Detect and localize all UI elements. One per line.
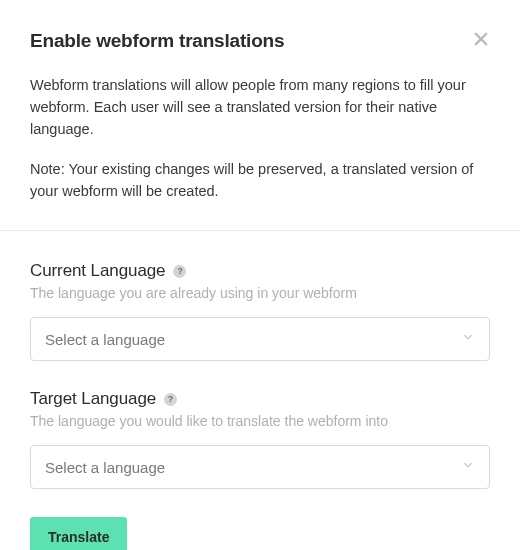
target-language-label: Target Language bbox=[30, 389, 156, 409]
target-language-select[interactable]: Select a language bbox=[30, 445, 490, 489]
select-placeholder: Select a language bbox=[45, 459, 165, 476]
close-icon bbox=[472, 30, 490, 50]
modal-note: Note: Your existing changes will be pres… bbox=[30, 158, 490, 202]
modal-description: Webform translations will allow people f… bbox=[30, 74, 490, 140]
close-button[interactable] bbox=[472, 30, 490, 50]
select-placeholder: Select a language bbox=[45, 331, 165, 348]
current-language-description: The language you are already using in yo… bbox=[30, 285, 490, 301]
help-icon[interactable]: ? bbox=[164, 393, 177, 406]
modal-title: Enable webform translations bbox=[30, 30, 284, 52]
chevron-down-icon bbox=[461, 458, 475, 476]
current-language-select[interactable]: Select a language bbox=[30, 317, 490, 361]
chevron-down-icon bbox=[461, 330, 475, 348]
translate-button[interactable]: Translate bbox=[30, 517, 127, 550]
target-language-description: The language you would like to translate… bbox=[30, 413, 490, 429]
field-current-language: Current Language ? The language you are … bbox=[30, 261, 490, 361]
current-language-label: Current Language bbox=[30, 261, 165, 281]
help-icon[interactable]: ? bbox=[173, 265, 186, 278]
field-target-language: Target Language ? The language you would… bbox=[30, 389, 490, 489]
